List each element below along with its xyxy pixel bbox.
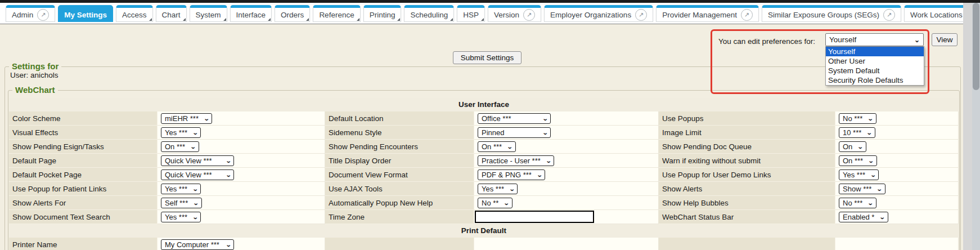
setting-label-time-zone: Time Zone xyxy=(325,210,474,224)
view-button[interactable]: View xyxy=(932,33,957,46)
setting-label-text: Default Page xyxy=(12,157,56,165)
select-value-text: Yes *** xyxy=(843,171,865,179)
setting-label-text: Printer Name xyxy=(12,240,57,249)
scrollbar-thumb[interactable] xyxy=(973,3,979,90)
setting-select-printer-name[interactable]: My Computer ***⌄ xyxy=(161,239,234,250)
setting-select-show-alerts-for[interactable]: Self ***⌄ xyxy=(161,198,202,208)
select-value-text: On *** xyxy=(165,142,185,151)
setting-select-visual-effects[interactable]: Yes ***⌄ xyxy=(161,127,201,138)
tab-similar-exposure-groups-segs[interactable]: Similar Exposure Groups (SEGs)↗ xyxy=(762,5,901,22)
submenu-corner-icon xyxy=(306,18,309,21)
setting-input-time-zone[interactable] xyxy=(475,211,594,223)
setting-value-cell xyxy=(835,238,959,250)
select-value-text: No *** xyxy=(843,199,862,207)
setting-select-title-display-order[interactable]: Practice - User ***⌄ xyxy=(478,155,554,166)
tab-employer-organizations[interactable]: Employer Organizations↗ xyxy=(544,5,653,22)
tab-label: Provider Management xyxy=(662,11,737,19)
settings-for-legend: Settings for xyxy=(9,61,61,71)
external-link-icon[interactable]: ↗ xyxy=(37,9,49,21)
setting-select-use-popup-for-user-demo-links[interactable]: Yes ***⌄ xyxy=(839,169,879,180)
setting-value-cell: On⌄ xyxy=(835,140,959,154)
section-header-print-default: Print Default xyxy=(9,224,959,238)
select-value-text: Yes *** xyxy=(482,185,504,193)
select-value-text: Yes *** xyxy=(165,185,187,193)
tab-label: Access xyxy=(122,11,147,19)
scrollbar-track[interactable] xyxy=(972,3,980,250)
setting-select-default-pocket-page[interactable]: Quick View ***⌄ xyxy=(161,169,234,180)
setting-select-use-ajax-tools[interactable]: Yes ***⌄ xyxy=(478,184,518,194)
setting-select-show-pending-encounters[interactable]: On ***⌄ xyxy=(478,141,516,152)
external-link-icon[interactable]: ↗ xyxy=(883,9,895,21)
edit-preferences-select[interactable]: Yourself ⌄ xyxy=(825,33,924,46)
chevron-down-icon: ⌄ xyxy=(192,214,199,220)
setting-select-use-popup-for-patient-links[interactable]: Yes ***⌄ xyxy=(161,184,201,194)
tab-label: Interface xyxy=(236,11,266,19)
setting-label-text: Use Popup for Patient Links xyxy=(12,185,106,193)
setting-select-color-scheme[interactable]: miEHR ***⌄ xyxy=(161,113,212,124)
setting-select-webchart-status-bar[interactable]: Enabled *⌄ xyxy=(839,212,888,222)
chevron-down-icon: ⌄ xyxy=(190,144,196,150)
tab-my-settings[interactable]: My Settings xyxy=(58,5,113,22)
setting-select-show-pending-doc-queue[interactable]: On⌄ xyxy=(839,141,866,152)
webchart-legend: WebChart xyxy=(12,85,58,95)
tab-interface[interactable]: Interface xyxy=(230,5,272,22)
setting-label-text: Default Location xyxy=(329,114,384,123)
tab-orders[interactable]: Orders xyxy=(275,5,310,22)
external-link-icon[interactable]: ↗ xyxy=(741,9,753,21)
tab-access[interactable]: Access xyxy=(116,5,153,22)
setting-select-document-view-format[interactable]: PDF & PNG ***⌄ xyxy=(478,169,545,180)
submenu-corner-icon xyxy=(268,18,271,21)
tab-system[interactable]: System xyxy=(190,5,227,22)
tab-provider-management[interactable]: Provider Management↗ xyxy=(656,5,759,22)
chevron-down-icon: ⌄ xyxy=(914,36,920,44)
setting-select-show-pending-esign-tasks[interactable]: On ***⌄ xyxy=(161,141,199,152)
setting-value-cell: Pinned⌄ xyxy=(474,126,659,140)
dropdown-option-system-default[interactable]: System Default xyxy=(826,66,924,75)
chevron-down-icon: ⌄ xyxy=(507,144,513,150)
setting-select-default-location[interactable]: Office ***⌄ xyxy=(478,113,551,124)
setting-select-image-limit[interactable]: 10 ***⌄ xyxy=(839,127,875,138)
setting-select-warn-if-exiting-without-submit[interactable]: On ***⌄ xyxy=(839,155,877,166)
tab-printing[interactable]: Printing xyxy=(363,5,402,22)
setting-label-title-display-order: Title Display Order xyxy=(325,154,474,168)
dropdown-option-yourself[interactable]: Yourself xyxy=(826,47,924,56)
tab-version[interactable]: Version↗ xyxy=(488,5,541,22)
edit-preferences-selected-value: Yourself xyxy=(829,35,856,44)
select-value-text: Quick View *** xyxy=(165,157,212,165)
setting-select-show-help-bubbles[interactable]: No ***⌄ xyxy=(839,198,876,208)
tab-chart[interactable]: Chart xyxy=(156,5,187,22)
setting-select-show-document-text-search[interactable]: Yes ***⌄ xyxy=(161,212,201,222)
setting-label-text: Automatically Popup New Help xyxy=(329,199,433,207)
chevron-down-icon: ⌄ xyxy=(509,186,515,192)
setting-select-use-popups[interactable]: No ***⌄ xyxy=(839,113,876,124)
tab-label: System xyxy=(196,11,221,19)
submenu-corner-icon xyxy=(481,18,484,21)
setting-select-automatically-popup-new-help[interactable]: No **⌄ xyxy=(478,198,513,208)
setting-value-cell: On ***⌄ xyxy=(474,140,659,154)
external-link-icon[interactable]: ↗ xyxy=(523,9,535,21)
tab-hsp[interactable]: HSP xyxy=(457,5,485,22)
chevron-down-icon: ⌄ xyxy=(879,214,885,220)
dropdown-option-other-user[interactable]: Other User xyxy=(826,56,924,66)
setting-value-cell: Yes ***⌄ xyxy=(158,182,325,196)
select-value-text: No *** xyxy=(843,114,862,123)
edit-preferences-label: You can edit preferences for: xyxy=(718,35,815,48)
tab-reference[interactable]: Reference xyxy=(313,5,360,22)
setting-select-show-alerts[interactable]: Show ***⌄ xyxy=(839,184,885,194)
setting-value-cell: PDF & PNG ***⌄ xyxy=(474,168,659,182)
tab-scheduling[interactable]: Scheduling xyxy=(404,5,454,22)
dropdown-option-security-role-defaults[interactable]: Security Role Defaults xyxy=(826,75,924,85)
external-link-icon[interactable]: ↗ xyxy=(635,9,647,21)
select-value-text: 10 *** xyxy=(843,128,861,137)
submenu-corner-icon xyxy=(183,18,186,21)
setting-value-cell: Office ***⌄ xyxy=(474,111,659,126)
tab-admin[interactable]: Admin↗ xyxy=(6,5,55,22)
tab-label: My Settings xyxy=(64,11,107,19)
tab-label: Reference xyxy=(319,11,354,19)
setting-select-sidemenu-style[interactable]: Pinned⌄ xyxy=(478,127,551,138)
tab-label: Version xyxy=(494,11,519,19)
submit-settings-button[interactable]: Submit Settings xyxy=(453,51,522,64)
setting-value-cell xyxy=(474,238,659,250)
setting-label-use-popups: Use Popups xyxy=(659,111,835,126)
setting-select-default-page[interactable]: Quick View ***⌄ xyxy=(161,155,234,166)
